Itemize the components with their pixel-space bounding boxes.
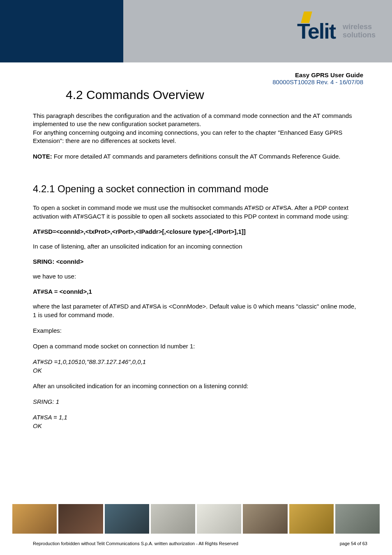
footer-page-number: page 54 of 63 xyxy=(340,541,367,546)
example2-cmd-block: AT#SA = 1,1 OK xyxy=(33,413,359,430)
page-footer: Reproduction forbidden without Telit Com… xyxy=(33,541,367,546)
decorative-image-strip xyxy=(12,504,380,534)
strip-thumb-6 xyxy=(243,504,287,534)
strip-thumb-4 xyxy=(151,504,195,534)
command-atsd: AT#SD=<connId>,<txProt>,<rPort>,<IPaddr>… xyxy=(33,228,359,235)
logo-tagline: wireless solutions xyxy=(343,23,376,39)
header-grey-block: Telit wireless solutions xyxy=(123,0,392,62)
logo-text: Telit xyxy=(297,19,335,43)
page-content: 4.2 Commands Overview This paragraph des… xyxy=(0,88,392,430)
section-heading: 4.2 Commands Overview xyxy=(66,88,359,102)
example2-ok: OK xyxy=(33,422,359,430)
tagline-line-1: wireless xyxy=(343,23,376,31)
command-atsa: AT#SA = <connId>,1 xyxy=(33,288,359,295)
strip-thumb-5 xyxy=(197,504,241,534)
example1-desc: Open a command mode socket on connection… xyxy=(33,342,359,350)
example1-cmd: AT#SD =1,0,10510,"88.37.127.146",0,0,1 xyxy=(33,358,359,366)
example2-desc: After an unsolicited indication for an i… xyxy=(33,382,359,390)
example2-cmd: AT#SA = 1,1 xyxy=(33,413,359,421)
sub-p1: To open a socket in command mode we must… xyxy=(33,204,359,221)
subsection-heading: 4.2.1 Opening a socket connection in com… xyxy=(33,183,359,195)
note-paragraph: NOTE: For more detailed AT commands and … xyxy=(33,152,359,161)
header-bar: Telit wireless solutions xyxy=(0,0,392,62)
doc-title: Easy GPRS User Guide xyxy=(0,71,363,78)
sub-p2: In case of listening, after an unsolicit… xyxy=(33,242,359,251)
telit-logo: Telit xyxy=(297,19,335,44)
intro-paragraph: This paragraph describes the configurati… xyxy=(33,112,359,145)
doc-revision: 80000ST10028 Rev. 4 - 16/07/08 xyxy=(0,78,363,85)
example2-sring-block: SRING: 1 xyxy=(33,398,359,406)
footer-copyright: Reproduction forbidden without Telit Com… xyxy=(33,541,238,546)
sub-p4: where the last parameter of AT#SD and AT… xyxy=(33,302,359,319)
strip-thumb-3 xyxy=(105,504,149,534)
examples-label: Examples: xyxy=(33,327,359,335)
sub-p3: we have to use: xyxy=(33,272,359,281)
strip-thumb-2 xyxy=(58,504,103,534)
strip-thumb-8 xyxy=(335,504,380,534)
strip-thumb-7 xyxy=(289,504,334,534)
document-header: Easy GPRS User Guide 80000ST10028 Rev. 4… xyxy=(0,62,392,85)
strip-thumb-1 xyxy=(12,504,57,534)
header-dark-block xyxy=(0,0,123,62)
tagline-line-2: solutions xyxy=(343,31,376,39)
example1-block: AT#SD =1,0,10510,"88.37.127.146",0,0,1 O… xyxy=(33,358,359,375)
logo-container: Telit wireless solutions xyxy=(297,19,376,44)
command-sring: SRING: <connId> xyxy=(33,258,359,265)
example2-sring: SRING: 1 xyxy=(33,398,359,406)
note-label: NOTE: xyxy=(33,153,52,160)
note-text: For more detailed AT commands and parame… xyxy=(52,153,341,160)
example1-ok: OK xyxy=(33,366,359,375)
